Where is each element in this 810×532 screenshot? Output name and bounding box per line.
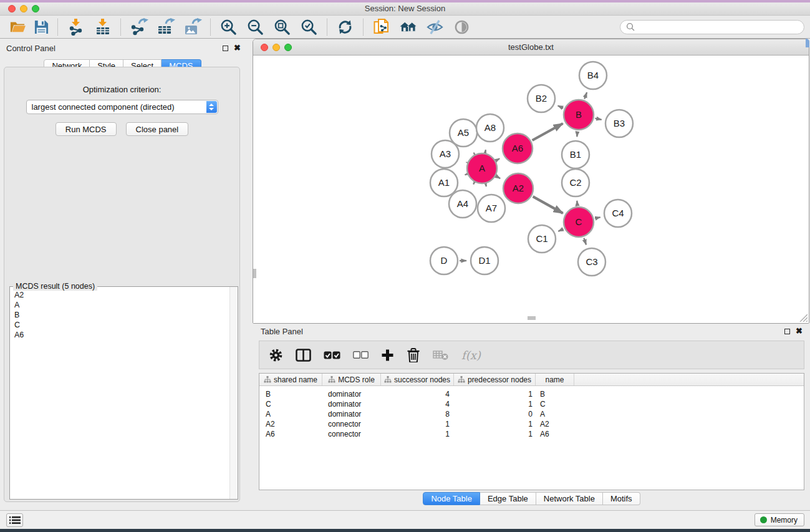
edge-C-C3[interactable] — [584, 238, 586, 245]
table-settings-button[interactable] — [269, 348, 283, 362]
edge-A-A2[interactable] — [497, 177, 501, 178]
horizontal-scrollbar-thumb[interactable] — [528, 316, 536, 320]
table-row[interactable]: Adominator80A — [259, 409, 804, 419]
export-network-button[interactable] — [125, 17, 152, 37]
column-header-predecessor-nodes[interactable]: predecessor nodes — [454, 374, 536, 385]
network-close-button[interactable] — [261, 44, 268, 51]
duplicate-network-button[interactable] — [368, 17, 395, 37]
node-B1[interactable]: B1 — [562, 141, 589, 168]
node-C[interactable]: C — [564, 207, 594, 237]
task-history-button[interactable] — [6, 513, 23, 527]
node-B2[interactable]: B2 — [528, 85, 555, 112]
control-panel-close-icon[interactable]: ✖ — [234, 44, 241, 51]
edge-B-B4[interactable] — [584, 92, 587, 99]
refresh-view-button[interactable] — [332, 17, 359, 37]
memory-button[interactable]: Memory — [755, 513, 804, 526]
column-header-name[interactable]: name — [536, 374, 574, 385]
mcds-result-item[interactable]: B — [14, 310, 229, 320]
minimize-button[interactable] — [20, 5, 27, 12]
add-column-button[interactable] — [381, 349, 394, 362]
export-table-button[interactable] — [152, 17, 179, 37]
tab-node-table[interactable]: Node Table — [423, 492, 480, 505]
column-header-shared-name[interactable]: shared name — [259, 374, 322, 385]
edge-B-B1[interactable] — [577, 132, 577, 137]
run-mcds-button[interactable]: Run MCDS — [55, 122, 117, 136]
zoom-out-button[interactable] — [242, 17, 269, 37]
home-button[interactable] — [395, 17, 422, 37]
optimization-criterion-select[interactable]: largest connected component (directed) — [26, 100, 218, 114]
save-session-button[interactable] — [29, 17, 53, 37]
table-row[interactable]: A6connector11A6 — [259, 429, 804, 439]
table-panel-close-icon[interactable]: ✖ — [796, 327, 803, 334]
maximize-button[interactable] — [32, 5, 39, 12]
edge-C-C1[interactable] — [558, 229, 563, 231]
node-B[interactable]: B — [564, 100, 594, 130]
search-box[interactable] — [620, 20, 804, 34]
zoom-fit-button[interactable] — [269, 17, 296, 37]
deselect-all-columns-button[interactable] — [353, 351, 369, 359]
tab-network-table[interactable]: Network Table — [536, 492, 603, 505]
table-panel-float-icon[interactable] — [784, 329, 790, 334]
window-titlebar[interactable]: Session: New Session — [0, 2, 810, 16]
node-D1[interactable]: D1 — [471, 247, 498, 274]
node-B4[interactable]: B4 — [579, 62, 607, 89]
show-graphics-details-button[interactable] — [448, 17, 475, 37]
node-A7[interactable]: A7 — [478, 195, 505, 222]
tab-edge-table[interactable]: Edge Table — [480, 492, 536, 505]
mcds-result-item[interactable]: A6 — [14, 330, 229, 340]
mcds-result-item[interactable]: A — [14, 300, 229, 310]
node-A1[interactable]: A1 — [430, 169, 458, 196]
network-minimize-button[interactable] — [272, 44, 280, 51]
result-scrollbar[interactable] — [229, 287, 238, 499]
delete-table-button[interactable] — [433, 349, 449, 360]
table-row[interactable]: A2connector11A2 — [259, 419, 804, 429]
vertical-scrollbar-thumb[interactable] — [253, 269, 256, 278]
edge-A-A1[interactable] — [465, 175, 466, 175]
edge-B-B2[interactable] — [558, 106, 564, 109]
table-row[interactable]: Cdominator41C — [259, 399, 804, 409]
edge-A-A6[interactable] — [497, 158, 500, 160]
import-network-button[interactable] — [62, 17, 89, 37]
export-image-button[interactable] — [179, 17, 206, 37]
network-canvas[interactable]: B4B2BB3A5A8A6B1A3AC2A1A2A4A7C4CC1C3DD1 — [253, 56, 809, 323]
edge-B-B3[interactable] — [595, 118, 601, 120]
edge-A2-C[interactable] — [533, 196, 563, 213]
open-session-button[interactable] — [6, 17, 29, 37]
table-row[interactable]: Bdominator41B — [259, 389, 804, 399]
edge-A-A8[interactable] — [485, 150, 486, 152]
close-panel-button[interactable]: Close panel — [126, 122, 189, 136]
node-A6[interactable]: A6 — [503, 133, 533, 163]
delete-column-button[interactable] — [407, 347, 420, 362]
edge-A-A4[interactable] — [473, 183, 474, 185]
node-C1[interactable]: C1 — [528, 225, 556, 253]
node-A[interactable]: A — [467, 153, 497, 183]
zoom-selected-button[interactable] — [296, 17, 322, 37]
zoom-in-button[interactable] — [215, 17, 242, 37]
mcds-result-item[interactable]: A2 — [14, 290, 229, 300]
node-C2[interactable]: C2 — [562, 169, 589, 196]
hide-graphics-details-button[interactable] — [422, 17, 448, 37]
close-button[interactable] — [8, 5, 16, 12]
node-A3[interactable]: A3 — [432, 140, 459, 168]
mcds-result-item[interactable]: C — [14, 320, 229, 330]
edge-A6-B[interactable] — [533, 123, 563, 140]
tab-motifs[interactable]: Motifs — [603, 492, 640, 505]
search-input[interactable] — [638, 21, 804, 32]
node-A4[interactable]: A4 — [449, 190, 476, 218]
resize-grip[interactable] — [798, 312, 808, 322]
node-A8[interactable]: A8 — [476, 114, 504, 142]
network-window-titlebar[interactable]: testGlobe.txt — [253, 39, 809, 56]
edge-C-C2[interactable] — [577, 201, 577, 205]
column-header-MCDS-role[interactable]: MCDS role — [322, 374, 381, 385]
import-table-button[interactable] — [89, 17, 116, 37]
node-B3[interactable]: B3 — [605, 110, 633, 137]
split-column-button[interactable] — [296, 349, 311, 362]
node-A2[interactable]: A2 — [503, 173, 533, 203]
node-C3[interactable]: C3 — [578, 248, 605, 276]
edge-A-A7[interactable] — [486, 185, 486, 186]
edge-C-C4[interactable] — [595, 217, 600, 218]
network-maximize-button[interactable] — [284, 44, 292, 51]
edge-A-A5[interactable] — [474, 153, 475, 153]
control-panel-float-icon[interactable] — [223, 46, 228, 51]
column-header-successor-nodes[interactable]: successor nodes — [381, 374, 454, 385]
